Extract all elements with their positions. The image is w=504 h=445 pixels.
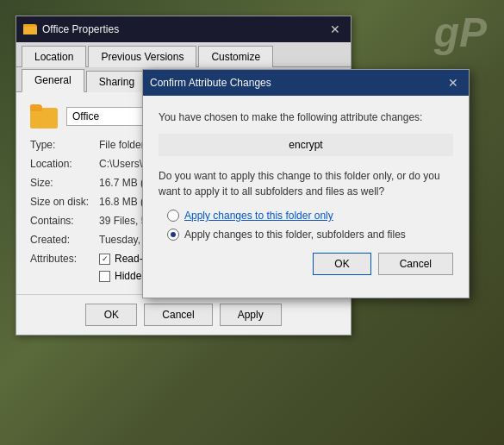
tab-location[interactable]: Location — [22, 46, 86, 67]
hidden-checkbox[interactable] — [99, 271, 110, 282]
confirm-intro: You have chosen to make the following at… — [159, 110, 453, 125]
watermark: gP — [434, 9, 487, 56]
confirm-close-button[interactable]: ✕ — [445, 74, 462, 91]
type-label: Type: — [30, 139, 99, 151]
title-bar-left: Office Properties — [23, 23, 119, 35]
radio-all-label: Apply changes to this folder, subfolders… — [184, 229, 406, 241]
confirm-ok-button[interactable]: OK — [313, 253, 370, 275]
type-value: File folder — [99, 139, 145, 151]
folder-icon-title — [23, 24, 37, 34]
contains-label: Contains: — [30, 215, 99, 227]
close-button[interactable]: ✕ — [327, 21, 344, 38]
radio-folder-only-row[interactable]: Apply changes to this folder only — [167, 210, 453, 222]
radio-folder-only-label: Apply changes to this folder only — [184, 210, 333, 222]
size-label: Size: — [30, 177, 99, 189]
created-label: Created: — [30, 234, 99, 246]
confirm-content: You have chosen to make the following at… — [143, 96, 469, 298]
attribute-change-box: encrypt — [159, 134, 453, 156]
tab-general[interactable]: General — [22, 69, 84, 92]
tab-previous-versions[interactable]: Previous Versions — [88, 46, 196, 67]
radio-options: Apply changes to this folder only Apply … — [167, 210, 453, 241]
readonly-checkbox[interactable] — [99, 254, 110, 265]
properties-title: Office Properties — [42, 23, 119, 35]
bottom-buttons: OK Cancel Apply — [16, 294, 351, 335]
ok-button[interactable]: OK — [85, 304, 137, 326]
folder-icon-large — [30, 104, 58, 128]
confirm-question: Do you want to apply this change to this… — [159, 168, 453, 199]
tab-sharing[interactable]: Sharing — [86, 71, 147, 92]
title-bar: Office Properties ✕ — [16, 16, 351, 42]
radio-all[interactable] — [167, 229, 179, 241]
confirm-title: Confirm Attribute Changes — [150, 77, 271, 89]
tabs-row-1: Location Previous Versions Customize — [16, 42, 351, 67]
confirm-title-bar: Confirm Attribute Changes ✕ — [143, 70, 469, 96]
tab-customize[interactable]: Customize — [198, 46, 273, 67]
attributes-label: Attributes: — [30, 253, 99, 282]
apply-button[interactable]: Apply — [220, 304, 282, 326]
size-disk-label: Size on disk: — [30, 196, 99, 208]
radio-all-row[interactable]: Apply changes to this folder, subfolders… — [167, 229, 453, 241]
confirm-dialog: Confirm Attribute Changes ✕ You have cho… — [142, 69, 470, 298]
confirm-buttons: OK Cancel — [159, 253, 453, 284]
confirm-cancel-button[interactable]: Cancel — [378, 253, 453, 275]
cancel-button[interactable]: Cancel — [144, 304, 212, 326]
radio-folder-only[interactable] — [167, 210, 179, 222]
location-label: Location: — [30, 158, 99, 170]
